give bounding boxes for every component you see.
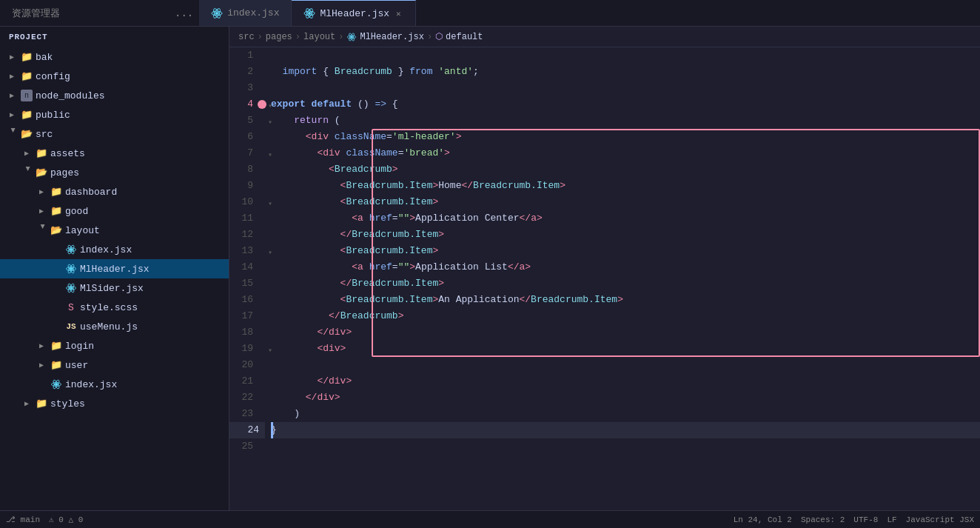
code-line-1 — [271, 47, 980, 64]
token-brace-close: } — [392, 64, 409, 80]
token-bci4-end-name: Breadcrumb.Item — [531, 292, 617, 308]
code-line-13: ▾ < Breadcrumb.Item > — [271, 243, 980, 259]
sidebar-item-config[interactable]: ▶ 📁 config — [0, 67, 229, 86]
folder-icon-pages: 📂 — [36, 167, 47, 178]
breadcrumb-symbol-name: default — [446, 32, 483, 42]
tab-mlheader-jsx[interactable]: MlHeader.jsx ✕ — [292, 0, 415, 26]
token-div1-end: </div> — [271, 390, 340, 406]
token-bci1-open: < — [271, 178, 346, 194]
chevron-none — [50, 244, 62, 255]
line-num-9: 9 — [229, 178, 259, 194]
token-a1-close: > — [409, 210, 415, 227]
svg-point-12 — [70, 267, 73, 270]
more-tabs-btn[interactable]: ... — [169, 7, 199, 19]
status-spaces: Spaces: 2 — [801, 515, 845, 524]
sidebar-item-assets[interactable]: ▶ 📁 assets — [0, 144, 229, 163]
breadcrumb-src: src — [238, 32, 255, 42]
code-line-25 — [271, 438, 980, 455]
chevron-right-icon: ▶ — [21, 398, 33, 410]
token-parens: () — [352, 96, 375, 113]
sidebar-item-styles[interactable]: ▶ 📁 styles — [0, 394, 229, 413]
token-bci1-end-close: > — [560, 178, 565, 194]
sidebar-item-layout[interactable]: ▶ 📂 layout — [0, 221, 229, 240]
svg-point-8 — [70, 248, 73, 251]
sidebar-item-node-modules[interactable]: ▶ n node_modules — [0, 86, 229, 105]
token-bci4-end-open: </ — [519, 292, 531, 308]
token-bci3-close: > — [432, 243, 438, 259]
token-bc-open: < — [271, 161, 335, 178]
line-num-4: 4 — [229, 96, 259, 113]
sidebar-item-mlheader-jsx-label: MlHeader.jsx — [80, 264, 229, 275]
chevron-right-icon: ▶ — [21, 147, 33, 159]
code-content[interactable]: import { Breadcrumb } from 'antd' ; ▾ — [265, 47, 980, 510]
sidebar-item-index-jsx-root[interactable]: index.jsx — [0, 375, 229, 394]
sidebar: PROJECT ▶ 📁 bak ▶ 📁 config ▶ n node_modu… — [0, 27, 229, 510]
status-line-col: Ln 24, Col 2 — [734, 515, 792, 524]
sidebar-title: 资源管理器 — [0, 0, 163, 26]
line-num-3: 3 — [229, 80, 259, 96]
token-indent14 — [271, 259, 352, 275]
line-num-10: 10 — [229, 194, 259, 210]
token-breadcrumb: Breadcrumb — [335, 64, 392, 80]
sidebar-item-index-jsx-label: index.jsx — [80, 244, 229, 255]
token-a1-open: <a — [352, 210, 363, 227]
sidebar-item-public[interactable]: ▶ 📁 public — [0, 105, 229, 124]
sidebar-item-user[interactable]: ▶ 📁 user — [0, 355, 229, 375]
sidebar-title: PROJECT — [0, 27, 229, 47]
token-bci2-end-open: </ — [271, 227, 352, 243]
breadcrumb-layout: layout — [303, 32, 335, 42]
code-line-8: < Breadcrumb > — [271, 161, 980, 178]
sidebar-item-style-scss[interactable]: S style.scss — [0, 298, 229, 317]
token-bci4-end-close: > — [617, 292, 623, 308]
breadcrumb-pages: pages — [266, 32, 292, 42]
token-eq2: = — [398, 145, 404, 161]
sidebar-item-node-modules-label: node_modules — [36, 90, 229, 101]
line-num-14: 14 — [229, 259, 259, 275]
line-num-1: 1 — [229, 47, 259, 64]
token-semi: ; — [473, 64, 479, 80]
code-editor[interactable]: 1 2 3 4 5 6 7 8 9 10 11 12 13 14 15 16 1 — [229, 47, 980, 510]
sidebar-item-layout-label: layout — [65, 225, 229, 236]
sidebar-item-mlheader-jsx[interactable]: MlHeader.jsx — [0, 259, 229, 278]
code-line-22: </div> — [271, 390, 980, 406]
folder-icon-good: 📁 — [50, 205, 62, 217]
sidebar-item-bak[interactable]: ▶ 📁 bak — [0, 47, 229, 67]
token-export: export — [271, 96, 306, 113]
code-container: 1 2 3 4 5 6 7 8 9 10 11 12 13 14 15 16 1 — [229, 47, 980, 510]
status-errors: ⚠ 0 △ 0 — [49, 515, 83, 524]
token-a2-close: > — [409, 259, 415, 275]
token-default: default — [306, 96, 352, 113]
token-space2 — [340, 145, 346, 161]
breadcrumb-sep-2: › — [295, 32, 301, 42]
token-antd: 'antd' — [432, 64, 473, 80]
chevron-none — [50, 321, 62, 332]
sidebar-item-index-jsx-root-label: index.jsx — [65, 379, 229, 390]
token-href2-val: "" — [398, 259, 410, 275]
sidebar-item-mlsider-jsx[interactable]: MlSider.jsx — [0, 278, 229, 298]
sidebar-item-usemenu-js[interactable]: JS useMenu.js — [0, 317, 229, 336]
sidebar-item-index-jsx[interactable]: index.jsx — [0, 240, 229, 259]
line-num-25: 25 — [229, 438, 259, 455]
sidebar-item-login-label: login — [65, 341, 229, 352]
sidebar-item-pages[interactable]: ▶ 📂 pages — [0, 163, 229, 182]
sidebar-item-login[interactable]: ▶ 📁 login — [0, 336, 229, 355]
sidebar-item-good[interactable]: ▶ 📁 good — [0, 201, 229, 221]
token-href1-val: "" — [398, 210, 410, 227]
token-bci3-open: < — [271, 243, 346, 259]
status-branch: ⎇ main — [6, 515, 40, 524]
sidebar-item-config-label: config — [36, 71, 229, 82]
folder-icon-src: 📂 — [21, 128, 33, 140]
sidebar-item-dashboard[interactable]: ▶ 📁 dashboard — [0, 182, 229, 201]
tab-close-mlheader[interactable]: ✕ — [394, 7, 403, 20]
line-num-11: 11 — [229, 210, 259, 227]
sidebar-item-src[interactable]: ▶ 📂 src — [0, 124, 229, 144]
token-a2-open: <a — [352, 259, 363, 275]
folder-icon-bak: 📁 — [21, 51, 33, 63]
tab-index-jsx[interactable]: index.jsx — [199, 0, 292, 26]
sidebar-item-user-label: user — [65, 360, 229, 371]
token-bci2-open: < — [271, 194, 346, 210]
token-applist-text: Application List — [415, 259, 508, 275]
token-eq4: = — [392, 259, 398, 275]
status-encoding: UTF-8 — [853, 515, 878, 524]
code-line-16: < Breadcrumb.Item > An Application </ Br… — [271, 292, 980, 308]
